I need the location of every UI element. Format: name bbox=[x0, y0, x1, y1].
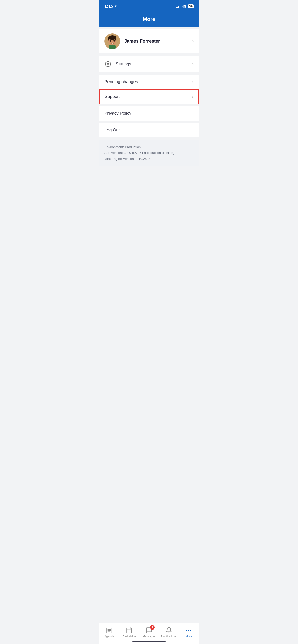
avatar bbox=[104, 33, 120, 49]
pending-changes-item[interactable]: Pending changes › bbox=[99, 75, 199, 89]
pending-changes-label: Pending changes bbox=[104, 79, 192, 84]
status-right: 4G 59 bbox=[176, 4, 194, 8]
environment-info: Environment: Production bbox=[104, 144, 194, 150]
engine-version-info: Mex Engine Version: 1.10.25.0 bbox=[104, 156, 194, 162]
signal-bars bbox=[176, 5, 180, 8]
page-title: More bbox=[143, 16, 155, 22]
settings-chevron: › bbox=[192, 62, 194, 67]
battery-indicator: 59 bbox=[188, 4, 194, 8]
svg-point-8 bbox=[113, 40, 115, 42]
app-header: More bbox=[99, 13, 199, 27]
profile-section: James Forrester › bbox=[99, 29, 199, 53]
status-time: 1:15 bbox=[104, 4, 117, 9]
settings-label: Settings bbox=[116, 62, 192, 67]
settings-section: Settings › bbox=[99, 56, 199, 72]
pending-changes-section: Pending changes › bbox=[99, 75, 199, 89]
profile-chevron: › bbox=[192, 39, 194, 44]
svg-rect-2 bbox=[109, 45, 116, 49]
svg-rect-5 bbox=[108, 38, 109, 41]
svg-point-7 bbox=[110, 40, 111, 42]
status-bar: 1:15 4G 59 bbox=[99, 0, 199, 13]
svg-point-9 bbox=[107, 63, 109, 65]
profile-name: James Forrester bbox=[124, 39, 192, 44]
privacy-policy-label: Privacy Policy bbox=[104, 111, 194, 116]
support-label: Support bbox=[105, 94, 192, 99]
settings-menu-item[interactable]: Settings › bbox=[99, 56, 199, 72]
support-section: Support › bbox=[99, 89, 199, 104]
settings-icon bbox=[104, 61, 112, 68]
info-section: Environment: Production App version: 3.4… bbox=[99, 140, 199, 166]
logout-section: Log Out bbox=[99, 123, 199, 137]
logout-item[interactable]: Log Out bbox=[99, 123, 199, 137]
logout-label: Log Out bbox=[104, 128, 194, 133]
privacy-policy-item[interactable]: Privacy Policy bbox=[99, 106, 199, 121]
svg-point-4 bbox=[108, 35, 116, 40]
profile-row[interactable]: James Forrester › bbox=[99, 29, 199, 53]
svg-rect-6 bbox=[115, 38, 116, 41]
support-chevron: › bbox=[192, 94, 193, 99]
app-version-info: App version: 3.4.0 b27864 (Production pi… bbox=[104, 150, 194, 156]
pending-changes-chevron: › bbox=[192, 79, 194, 84]
network-label: 4G bbox=[182, 4, 187, 8]
privacy-section: Privacy Policy bbox=[99, 106, 199, 121]
support-item[interactable]: Support › bbox=[99, 89, 199, 104]
